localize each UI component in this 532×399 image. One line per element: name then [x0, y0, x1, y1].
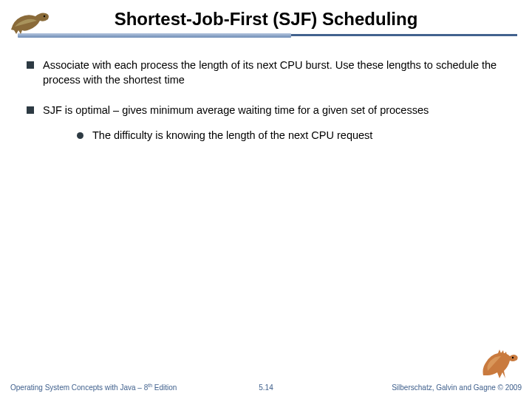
slide-footer: Operating System Concepts with Java – 8t…	[0, 383, 532, 392]
slide-header: Shortest-Job-First (SJF) Scheduling	[0, 0, 532, 30]
circle-bullet-icon	[77, 132, 83, 139]
bullet-item: SJF is optimal – gives minimum average w…	[27, 103, 505, 143]
dinosaur-right-icon	[477, 346, 522, 380]
square-bullet-icon	[27, 61, 34, 69]
bullet-item: Associate with each process the length o…	[27, 58, 505, 87]
sub-bullet-text: The difficulty is knowing the length of …	[92, 129, 372, 143]
footer-page-number: 5.14	[259, 383, 273, 392]
bullet-text: SJF is optimal – gives minimum average w…	[43, 103, 505, 118]
sub-bullet-item: The difficulty is knowing the length of …	[77, 129, 505, 143]
svg-point-0	[44, 16, 45, 17]
slide-title: Shortest-Job-First (SJF) Scheduling	[115, 9, 418, 30]
bullet-text: Associate with each process the length o…	[43, 58, 505, 87]
dinosaur-left-icon	[7, 6, 59, 35]
square-bullet-icon	[27, 106, 34, 114]
svg-point-1	[512, 357, 514, 358]
footer-left: Operating System Concepts with Java – 8t…	[10, 383, 177, 392]
footer-right: Silberschatz, Galvin and Gagne © 2009	[392, 383, 522, 392]
slide-content: Associate with each process the length o…	[0, 38, 532, 143]
